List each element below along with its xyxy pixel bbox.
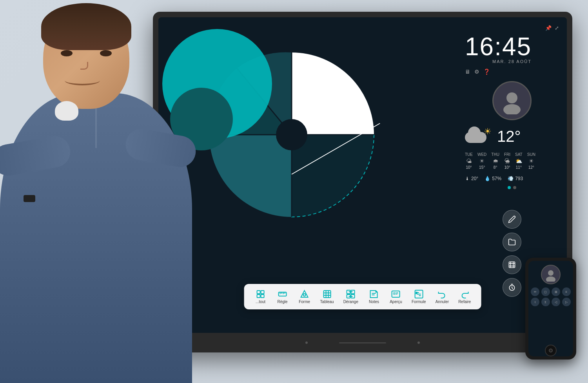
svg-rect-10 — [257, 294, 260, 298]
toolbar: ...tout Règle Forme — [244, 284, 481, 309]
toolbar-item-refaire[interactable]: Refaire — [454, 287, 475, 306]
svg-text:Σ: Σ — [416, 292, 417, 294]
person-hair — [41, 3, 131, 50]
system-icons-row: 🖥 ⚙ ❓ — [465, 69, 559, 75]
toolbar-item-derange[interactable]: Dérange — [339, 287, 362, 306]
phone-home-button[interactable] — [545, 345, 557, 356]
forecast-day-name: SUN — [527, 152, 535, 157]
bottom-dot-left — [305, 341, 308, 344]
person-nose — [80, 62, 88, 70]
panel-dots — [465, 186, 559, 189]
user-avatar[interactable] — [492, 81, 532, 120]
toolbar-item-apercu[interactable]: Aperçu — [386, 287, 406, 306]
svg-point-17 — [303, 294, 306, 296]
toolbar-item-annuler[interactable]: Annuler — [432, 287, 453, 306]
forecast-day-name: FRI — [504, 152, 510, 157]
toolbar-label-apercu: Aperçu — [390, 300, 402, 304]
board-bottom-bar — [153, 333, 572, 352]
settings-icon[interactable]: ⚙ — [474, 69, 479, 75]
forecast-tue: TUE 🌤 10° — [465, 152, 473, 170]
phone-btn-3[interactable]: ⊞ — [552, 287, 560, 296]
toolbar-item-tout[interactable]: ...tout — [250, 287, 271, 306]
person-mouth — [65, 76, 100, 85]
help-icon[interactable]: ❓ — [483, 69, 490, 75]
forecast-day-name: SAT — [515, 152, 523, 157]
phone-side-controls — [503, 210, 521, 297]
temperature-detail: 🌡 20° — [465, 176, 478, 181]
person-figure — [0, 3, 196, 383]
pencil-control[interactable] — [503, 210, 521, 229]
thermometer-icon: 🌡 — [465, 176, 470, 181]
svg-point-40 — [548, 270, 554, 276]
screen-icon[interactable]: 🖥 — [465, 69, 470, 75]
forecast-sun: SUN ☀ 12° — [527, 152, 535, 170]
person-image-container — [0, 3, 196, 383]
phone-avatar — [541, 265, 561, 284]
toolbar-item-formule[interactable]: Σ Formule — [408, 287, 430, 306]
person-arm-right — [123, 126, 196, 170]
person-watch — [24, 195, 35, 202]
current-temp: 12° — [497, 128, 521, 145]
svg-rect-9 — [261, 291, 264, 294]
phone-btn-2[interactable]: ◻ — [541, 287, 550, 296]
forecast-icon: ☀ — [479, 158, 485, 164]
forecast-temp: 11° — [516, 165, 522, 170]
toolbar-label-derange: Dérange — [343, 300, 358, 304]
clock-display: 16:45 — [465, 34, 559, 59]
toolbar-item-notes[interactable]: Notes — [364, 287, 384, 306]
forecast-icon: 🌧 — [493, 158, 498, 164]
phone-btn-1[interactable]: ✏ — [531, 287, 539, 296]
person-arm-left — [0, 134, 73, 178]
phone-btn-4[interactable]: ≡ — [562, 287, 571, 296]
person-collar — [55, 101, 78, 121]
folder-control[interactable] — [503, 233, 521, 251]
forecast-icon: 🌦 — [505, 158, 510, 164]
forecast-temp: 12° — [528, 165, 534, 170]
forecast-icon: 🌤 — [466, 158, 472, 164]
person-body — [0, 93, 192, 383]
phone-screen: ✏ ◻ ⊞ ≡ t Σ ◁ ▷ — [528, 261, 573, 356]
dot-2[interactable] — [513, 186, 516, 189]
smart-board-frame: 📌 ⤢ 16:45 MAR. 28 AOÛT 🖥 ⚙ ❓ — [153, 12, 572, 352]
forecast-day-name: WED — [477, 152, 486, 157]
pin-icon[interactable]: 📌 — [545, 25, 552, 31]
person-head — [43, 7, 129, 109]
phone-btn-5[interactable]: t — [531, 298, 539, 306]
forecast-wed: WED ☀ 15° — [477, 152, 486, 170]
toolbar-label-annuler: Annuler — [436, 300, 449, 304]
forecast-day-name: TUE — [465, 152, 473, 157]
panel-top-icons: 📌 ⤢ — [465, 25, 559, 31]
person-eye-left — [61, 50, 73, 56]
forecast-thu: THU 🌧 8° — [491, 152, 499, 170]
svg-rect-11 — [261, 294, 264, 298]
weather-icon-area: ☀ — [465, 126, 492, 146]
timer-control[interactable] — [503, 278, 521, 297]
weather-forecast: TUE 🌤 10° WED ☀ 15° THU 🌧 8° FRI 🌦 — [465, 152, 559, 170]
crop-control[interactable] — [503, 255, 521, 274]
svg-point-7 — [503, 104, 521, 114]
toolbar-item-tableau[interactable]: Tableau — [316, 287, 338, 306]
right-panel: 📌 ⤢ 16:45 MAR. 28 AOÛT 🖥 ⚙ ❓ — [465, 25, 559, 195]
toolbar-item-forme[interactable]: Forme — [294, 287, 315, 306]
toolbar-label-tout: ...tout — [256, 300, 265, 304]
forecast-icon: ☀ — [529, 158, 534, 164]
phone-btn-8[interactable]: ▷ — [562, 298, 571, 306]
svg-rect-42 — [509, 262, 515, 268]
svg-point-41 — [546, 276, 555, 282]
toolbar-label-refaire: Refaire — [458, 300, 471, 304]
svg-rect-18 — [323, 291, 330, 298]
dot-1[interactable] — [508, 186, 511, 189]
phone-icons-grid: ✏ ◻ ⊞ ≡ t Σ ◁ ▷ — [528, 287, 573, 306]
toolbar-label-formule: Formule — [412, 300, 426, 304]
svg-point-6 — [506, 92, 517, 103]
expand-icon[interactable]: ⤢ — [555, 25, 559, 31]
toolbar-label-regle: Règle — [278, 300, 288, 304]
phone-btn-6[interactable]: Σ — [541, 298, 550, 306]
bottom-dot-right — [417, 341, 420, 344]
toolbar-item-regle[interactable]: Règle — [272, 287, 293, 306]
sun-icon: ☀ — [484, 126, 492, 137]
phone-btn-7[interactable]: ◁ — [552, 298, 560, 306]
svg-rect-8 — [257, 291, 260, 294]
forecast-fri: FRI 🌦 10° — [504, 152, 510, 170]
phone-device[interactable]: ✏ ◻ ⊞ ≡ t Σ ◁ ▷ — [525, 258, 576, 360]
